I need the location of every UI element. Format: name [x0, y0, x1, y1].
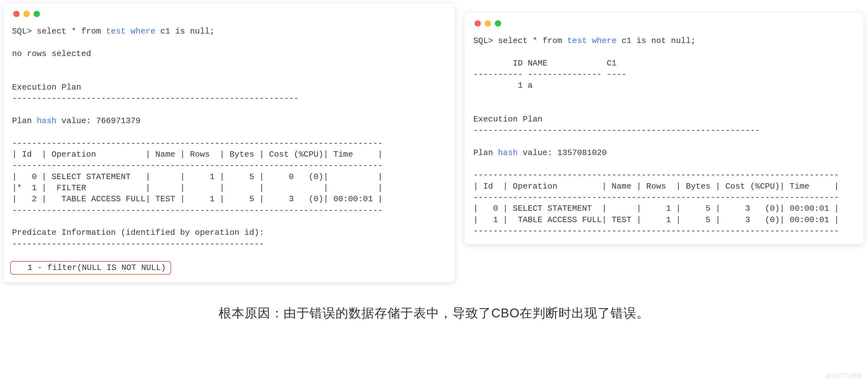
filter-highlight: 1 - filter(NULL IS NOT NULL)	[10, 261, 171, 275]
left-terminal-output: SQL> select * from test where c1 is null…	[12, 26, 446, 275]
window-controls	[12, 11, 446, 17]
exec-plan-label: Execution Plan	[12, 82, 81, 92]
plan-row: |* 1 | FILTER | | | | | |	[12, 183, 383, 193]
no-rows-line: no rows selected	[12, 49, 91, 59]
minimize-icon[interactable]	[485, 20, 491, 27]
predicate-info-label: Predicate Information (identified by ope…	[12, 228, 264, 237]
zoom-icon[interactable]	[34, 11, 40, 17]
sql-query-line: SQL> select * from test where c1 is null…	[12, 27, 215, 36]
divider: ----------------------------------------…	[473, 226, 839, 236]
close-icon[interactable]	[13, 11, 20, 17]
result-row: 1 a	[473, 81, 532, 90]
plan-row: | 0 | SELECT STATEMENT | | 1 | 5 | 0 (0)…	[12, 172, 383, 182]
minimize-icon[interactable]	[24, 11, 30, 17]
divider: ----------------------------------------…	[12, 139, 383, 148]
close-icon[interactable]	[474, 20, 481, 27]
result-separator: ---------- --------------- ----	[473, 70, 627, 79]
plan-row: | 1 | TABLE ACCESS FULL| TEST | 1 | 5 | …	[473, 215, 839, 225]
panels-row: SQL> select * from test where c1 is null…	[3, 3, 865, 282]
sql-query-line: SQL> select * from test where c1 is not …	[473, 36, 696, 45]
right-terminal-output: SQL> select * from test where c1 is not …	[473, 35, 855, 237]
divider: ----------------------------------------…	[12, 161, 383, 170]
plan-row: | 0 | SELECT STATEMENT | | 1 | 5 | 3 (0)…	[473, 204, 839, 213]
divider: ----------------------------------------…	[12, 94, 299, 103]
zoom-icon[interactable]	[495, 20, 501, 27]
plan-hash-line: Plan hash value: 766971379	[12, 116, 141, 126]
divider: ----------------------------------------…	[12, 206, 383, 215]
plan-header: | Id | Operation | Name | Rows | Bytes |…	[12, 150, 383, 159]
left-terminal-panel: SQL> select * from test where c1 is null…	[3, 3, 455, 282]
divider: ----------------------------------------…	[473, 126, 760, 135]
right-terminal-panel: SQL> select * from test where c1 is not …	[464, 13, 864, 244]
caption-text: 根本原因：由于错误的数据存储于表中，导致了CBO在判断时出现了错误。	[3, 304, 865, 322]
divider: ----------------------------------------…	[473, 170, 839, 180]
divider: ----------------------------------------…	[12, 239, 264, 249]
result-columns: ID NAME C1	[473, 59, 617, 68]
window-controls	[473, 20, 855, 27]
divider: ----------------------------------------…	[473, 193, 839, 202]
plan-header: | Id | Operation | Name | Rows | Bytes |…	[473, 182, 839, 191]
plan-row: | 2 | TABLE ACCESS FULL| TEST | 1 | 5 | …	[12, 194, 383, 204]
exec-plan-label: Execution Plan	[473, 114, 542, 124]
plan-hash-line: Plan hash value: 1357081020	[473, 148, 607, 158]
